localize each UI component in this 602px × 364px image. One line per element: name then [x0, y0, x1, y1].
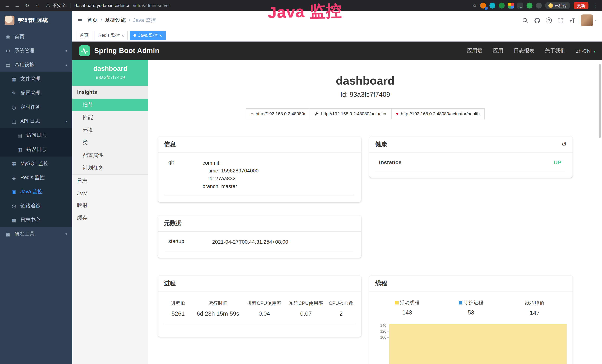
y-tick-label: 120: [375, 329, 389, 334]
sba-nav-applications[interactable]: 应用: [493, 47, 503, 54]
sba-item-mappings[interactable]: 映射: [72, 199, 148, 212]
column-header: CPU核心数: [327, 300, 355, 307]
sba-item-performance[interactable]: 性能: [72, 111, 148, 124]
metadata-card-title: 元数据: [164, 220, 182, 227]
hamburger-icon[interactable]: ≡: [78, 17, 82, 24]
git-time-line: time: 1596289704000: [203, 167, 352, 175]
sidebar-item-trace[interactable]: ◎ 链路追踪: [0, 199, 72, 213]
history-icon[interactable]: ↺: [562, 141, 567, 148]
sidebar-logo[interactable]: 芋道管理系统: [0, 11, 72, 30]
github-icon[interactable]: [534, 17, 540, 23]
instance-link-root[interactable]: ⌂ http://192.168.0.2:48080/: [246, 108, 310, 119]
paused-badge-label: 已暂停: [555, 3, 567, 8]
breadcrumb-infra[interactable]: 基础设施: [105, 17, 126, 24]
sba-item-environment[interactable]: 环境: [72, 124, 148, 137]
sba-nav: 应用墙 应用 日志报表 关于我们 zh-CN ▾: [467, 47, 595, 54]
close-icon[interactable]: ×: [122, 33, 124, 38]
search-icon[interactable]: [522, 17, 528, 23]
sba-item-details[interactable]: 细节: [72, 99, 148, 111]
chevron-down-icon: ▾: [65, 49, 67, 53]
instance-link-actuator[interactable]: http://192.168.0.2:48080/actuator: [310, 108, 392, 119]
sidebar-item-label: 文件管理: [20, 76, 40, 82]
table-row: startup 2021-04-27T00:44:31.254+08:00: [164, 237, 354, 251]
process-card-title: 进程: [164, 280, 176, 288]
sidebar-item-java[interactable]: ▣ Java 监控: [0, 185, 72, 199]
update-button[interactable]: 更新: [574, 2, 589, 9]
threads-card: 线程 活动线程 143 守护进程: [369, 276, 572, 364]
info-card: 信息 git commit: time: 1596289704000 id: 2…: [158, 137, 361, 202]
sidebar-item-label: 首页: [14, 33, 24, 40]
browser-home-icon[interactable]: ⌂: [34, 3, 40, 9]
extensions-area: ☆ on 已暂停 更新 ⋮: [472, 2, 599, 9]
extension-icon-4[interactable]: [508, 3, 514, 9]
sba-item-jvm[interactable]: JVM: [72, 187, 148, 199]
link-url: http://192.168.0.2:48080/actuator/health: [401, 111, 480, 117]
sba-item-scheduled-tasks[interactable]: 计划任务: [72, 162, 148, 175]
font-size-icon[interactable]: [569, 17, 576, 23]
sidebar-item-home[interactable]: ◉ 首页: [0, 30, 72, 44]
close-icon[interactable]: ×: [160, 33, 162, 38]
extension-icon-2[interactable]: [489, 3, 495, 9]
url-path[interactable]: /infra/admin-server: [133, 3, 170, 8]
sidebar-item-redis[interactable]: ◈ Redis 监控: [0, 171, 72, 185]
timer-icon: ◷: [11, 104, 17, 110]
url-divider: [70, 3, 70, 8]
sidebar-item-label: 访问日志: [26, 132, 46, 139]
security-label[interactable]: 不安全: [53, 2, 66, 9]
sba-nav-about[interactable]: 关于我们: [545, 47, 566, 54]
git-commit-line: commit:: [203, 159, 352, 167]
process-col-cpu: 进程CPU使用率 0.04: [243, 300, 285, 317]
sidebar-item-files[interactable]: ▦ 文件管理: [0, 72, 72, 86]
sba-item-caches[interactable]: 缓存: [72, 212, 148, 224]
breadcrumb-home[interactable]: 首页: [87, 17, 97, 24]
extension-icon-3[interactable]: [499, 3, 505, 9]
sidebar-item-devtools[interactable]: ▩ 研发工具 ▾: [0, 227, 72, 241]
user-menu[interactable]: ▾: [581, 14, 597, 26]
url-host[interactable]: dashboard.yudao.iocoder.cn: [75, 3, 130, 8]
profile-paused-chip[interactable]: 已暂停: [545, 2, 570, 9]
forward-icon[interactable]: →: [14, 3, 20, 9]
git-id-line: id: 27aa832: [203, 175, 352, 182]
tab-java-monitor[interactable]: Java 监控 ×: [130, 31, 166, 40]
tab-home[interactable]: 首页: [76, 31, 92, 40]
bookmark-star-icon[interactable]: ☆: [472, 3, 477, 9]
sidebar-item-system[interactable]: ⚙ 系统管理 ▾: [0, 44, 72, 58]
sba-item-classes[interactable]: 类: [72, 137, 148, 149]
instance-header[interactable]: dashboard 93a3fc7f7409: [72, 60, 148, 86]
sidebar-item-cron[interactable]: ◷ 定时任务: [0, 100, 72, 114]
sidebar-item-label: 配置管理: [20, 90, 40, 96]
browser-menu-icon[interactable]: ⋮: [592, 3, 599, 9]
sidebar: 芋道管理系统 ◉ 首页 ⚙ 系统管理 ▾ ▤ 基础设施 ▴ ▦: [0, 11, 72, 364]
sba-nav-wallboard[interactable]: 应用墙: [467, 47, 483, 54]
sba-item-configprops[interactable]: 配置属性: [72, 149, 148, 162]
sidebar-item-mysql[interactable]: ▦ MySQL 监控: [0, 157, 72, 171]
sidebar-item-config[interactable]: ✎ 配置管理: [0, 86, 72, 100]
sba-item-logs[interactable]: 日志: [72, 175, 148, 187]
help-icon[interactable]: ?: [546, 17, 552, 23]
address-bar[interactable]: ⚠ 不安全 dashboard.yudao.iocoder.cn/infra/a…: [44, 2, 469, 9]
tab-redis-monitor[interactable]: Redis 监控 ×: [95, 31, 128, 40]
sidebar-item-access-log[interactable]: ▤ 访问日志: [0, 128, 72, 142]
sidebar-item-logcenter[interactable]: ▨ 日志中心: [0, 213, 72, 227]
fullscreen-icon[interactable]: [558, 17, 564, 23]
cell-value: 0.07: [285, 310, 327, 317]
sba-language-select[interactable]: zh-CN ▾: [576, 48, 595, 54]
threads-card-title: 线程: [375, 280, 387, 288]
extension-icon-7[interactable]: [536, 3, 542, 9]
extension-icon-5[interactable]: on: [517, 3, 523, 9]
instance-link-health[interactable]: ♥ http://192.168.0.2:48080/actuator/heal…: [392, 108, 485, 119]
back-icon[interactable]: ←: [4, 3, 10, 9]
sba-menu-group-insights: Insights: [72, 86, 148, 99]
sba-nav-journal[interactable]: 日志报表: [514, 47, 535, 54]
extension-icon-6[interactable]: [527, 3, 532, 9]
reload-icon[interactable]: ↻: [24, 3, 30, 9]
sidebar-item-infra[interactable]: ▤ 基础设施 ▴: [0, 58, 72, 72]
legend-label: 守护进程: [459, 299, 483, 306]
edit-icon: ✎: [11, 90, 17, 96]
sidebar-item-error-log[interactable]: ▥ 错误日志: [0, 142, 72, 157]
extension-icon-1[interactable]: [480, 3, 486, 9]
sidebar-item-api-logs[interactable]: ▧ API 日志 ▴: [0, 114, 72, 128]
process-col-uptime: 运行时间 6d 23h 15m 59s: [192, 300, 243, 317]
legend-label: 活动线程: [395, 299, 419, 306]
content-scrollbar[interactable]: [599, 64, 601, 138]
